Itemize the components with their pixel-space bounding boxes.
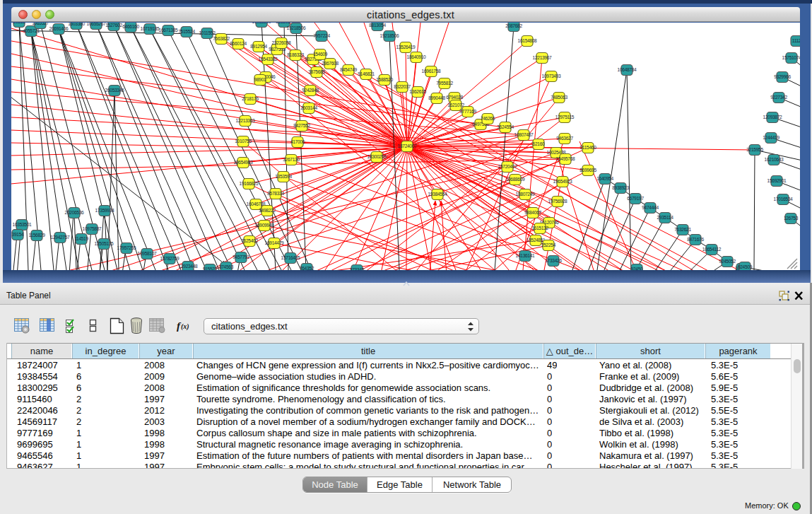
svg-text:10807487: 10807487 [514,132,534,137]
svg-text:8660124: 8660124 [230,41,247,46]
svg-text:9242848: 9242848 [302,88,319,93]
svg-text:8813054: 8813054 [369,23,386,28]
svg-text:746266: 746266 [481,116,495,121]
svg-text:19218506: 19218506 [287,25,307,30]
svg-text:8427552: 8427552 [293,123,310,128]
svg-text:15716485: 15716485 [281,255,301,260]
svg-text:924509: 924509 [738,264,753,269]
svg-text:7632621: 7632621 [674,227,691,232]
svg-text:9463627: 9463627 [556,136,573,141]
svg-text:(x): (x) [181,322,189,331]
svg-text:8186323: 8186323 [287,52,304,57]
svg-text:16671385: 16671385 [159,28,179,33]
svg-text:1011552: 1011552 [199,30,216,35]
svg-text:16909948: 16909948 [255,223,275,228]
svg-text:39154: 39154 [12,232,24,237]
svg-text:8699695: 8699695 [579,168,596,173]
svg-text:1621072: 1621072 [447,103,464,107]
svg-text:2718176: 2718176 [242,96,259,101]
svg-text:10655267: 10655267 [87,23,107,26]
svg-text:2935114: 2935114 [657,215,673,220]
svg-text:1640954: 1640954 [596,176,613,181]
svg-text:1603380: 1603380 [68,23,85,26]
svg-text:114519: 114519 [74,236,88,241]
svg-text:8813054: 8813054 [276,23,293,24]
svg-text:20206536: 20206536 [65,210,85,215]
svg-text:19384554: 19384554 [428,192,448,197]
svg-text:10719185: 10719185 [141,26,160,31]
svg-text:3267130: 3267130 [283,157,300,162]
svg-text:8912954: 8912954 [250,44,267,49]
svg-text:19654983: 19654983 [234,160,254,165]
svg-text:12975115: 12975115 [555,115,575,119]
svg-text:7663822: 7663822 [213,36,230,41]
svg-text:16210643: 16210643 [765,157,784,162]
svg-text:16033809: 16033809 [252,23,272,24]
svg-text:1065527: 1065527 [32,23,49,25]
svg-text:9115460: 9115460 [579,145,596,150]
svg-text:20691406: 20691406 [49,26,69,31]
svg-text:9457791: 9457791 [233,255,249,259]
svg-text:3498222: 3498222 [259,208,276,213]
svg-text:10648784: 10648784 [618,67,637,72]
svg-text:1112: 1112 [792,38,800,43]
svg-text:9777169: 9777169 [459,109,476,114]
svg-text:154609: 154609 [313,52,328,57]
svg-text:7957224: 7957224 [313,33,330,38]
svg-text:7625402: 7625402 [241,238,258,243]
svg-text:1615132: 1615132 [531,226,548,230]
svg-text:19756928: 19756928 [548,199,568,204]
svg-text:2603144: 2603144 [300,105,317,110]
svg-text:18724007: 18724007 [398,144,418,148]
svg-text:9245052: 9245052 [719,259,736,264]
svg-text:3215955: 3215955 [746,147,763,152]
svg-text:9227342: 9227342 [770,95,787,100]
svg-text:2087682: 2087682 [505,23,522,28]
svg-text:3624554: 3624554 [497,124,514,129]
svg-text:1156829: 1156829 [28,233,45,238]
svg-text:8454749: 8454749 [340,67,357,72]
svg-text:9884067: 9884067 [524,210,541,215]
svg-text:23226058: 23226058 [272,40,292,45]
svg-text:8322037: 8322037 [394,84,411,89]
svg-text:15720407: 15720407 [498,164,518,169]
svg-text:12213363: 12213363 [236,118,256,123]
svg-text:16353501: 16353501 [13,222,33,227]
svg-text:126753: 126753 [784,216,799,221]
svg-text:16914479: 16914479 [265,240,285,245]
svg-text:12213967: 12213967 [533,55,553,60]
svg-text:16154808: 16154808 [518,38,538,43]
svg-text:20553: 20553 [13,23,25,24]
svg-text:19218506: 19218506 [380,33,400,38]
svg-text:19654923: 19654923 [553,179,573,184]
svg-text:15692901: 15692901 [767,178,787,183]
svg-text:874563: 874563 [219,264,234,269]
svg-text:252254: 252254 [541,243,556,247]
svg-text:8471676: 8471676 [687,237,704,242]
svg-text:15751074: 15751074 [782,55,800,60]
svg-text:18807249: 18807249 [516,192,536,197]
svg-text:12923448: 12923448 [179,264,199,269]
svg-text:17016534: 17016534 [774,197,794,201]
svg-text:6794028: 6794028 [446,95,463,100]
svg-text:1362615: 1362615 [409,89,426,94]
svg-text:12505135: 12505135 [95,241,114,246]
svg-text:12093872: 12093872 [763,115,783,119]
svg-text:8578334: 8578334 [267,191,284,196]
svg-text:3875685: 3875685 [308,69,325,74]
svg-text:1353594: 1353594 [275,174,292,179]
svg-text:7485063: 7485063 [551,95,567,100]
svg-text:98901: 98901 [254,77,266,82]
svg-text:2867608: 2867608 [322,61,339,66]
svg-text:1527602: 1527602 [105,23,122,28]
svg-text:1010755: 1010755 [235,139,252,144]
svg-text:7955812: 7955812 [436,81,453,86]
svg-text:6679197: 6679197 [627,196,644,201]
svg-text:10958107: 10958107 [138,251,158,256]
svg-text:12942757: 12942757 [51,235,71,240]
svg-text:10688609: 10688609 [506,177,526,182]
svg-text:417006: 417006 [290,139,305,144]
svg-text:16543382: 16543382 [259,57,278,62]
svg-text:19166825: 19166825 [240,181,259,186]
svg-text:10973493: 10973493 [542,74,562,78]
